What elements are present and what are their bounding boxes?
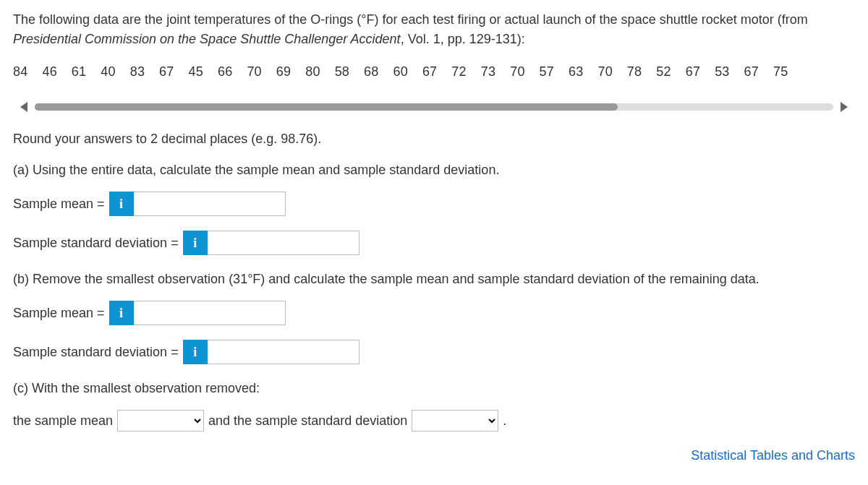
data-value: 58 bbox=[335, 62, 349, 82]
data-value: 84 bbox=[13, 62, 27, 82]
sample-mean-a-input[interactable] bbox=[134, 192, 286, 216]
sample-sd-a-input[interactable] bbox=[208, 231, 359, 255]
data-value: 57 bbox=[540, 62, 554, 82]
data-value: 68 bbox=[364, 62, 378, 82]
sample-mean-b-input[interactable] bbox=[134, 301, 286, 325]
scroll-thumb[interactable] bbox=[35, 103, 618, 111]
data-value: 67 bbox=[686, 62, 700, 82]
rounding-instruction: Round your answers to 2 decimal places (… bbox=[13, 129, 855, 149]
sd-label-b: Sample standard deviation = bbox=[13, 343, 179, 362]
part-b-sd-row: Sample standard deviation = i bbox=[13, 340, 855, 364]
intro-part2: , Vol. 1, pp. 129-131): bbox=[401, 32, 525, 46]
data-value: 75 bbox=[773, 62, 788, 82]
part-a-sd-row: Sample standard deviation = i bbox=[13, 231, 855, 255]
stat-tables-link[interactable]: Statistical Tables and Charts bbox=[13, 446, 855, 465]
info-icon[interactable]: i bbox=[183, 340, 208, 364]
sample-sd-b-input[interactable] bbox=[208, 340, 359, 364]
data-values-row: 8446614083674566706980586860677273705763… bbox=[13, 62, 855, 82]
part-a-prompt: (a) Using the entire data, calculate the… bbox=[13, 160, 855, 180]
data-value: 40 bbox=[101, 62, 115, 82]
data-value: 46 bbox=[42, 62, 56, 82]
sd-label-a: Sample standard deviation = bbox=[13, 233, 179, 253]
data-value: 53 bbox=[715, 62, 729, 82]
data-value: 67 bbox=[744, 62, 759, 82]
part-b-prompt: (b) Remove the smallest observation (31°… bbox=[13, 270, 855, 289]
data-value: 70 bbox=[247, 62, 261, 82]
part-c-lead: the sample mean bbox=[13, 411, 113, 431]
intro-text: The following data are the joint tempera… bbox=[13, 10, 855, 49]
info-icon[interactable]: i bbox=[109, 192, 134, 216]
data-value: 80 bbox=[305, 62, 320, 82]
scroll-right-icon[interactable] bbox=[841, 102, 848, 112]
data-value: 72 bbox=[451, 62, 466, 82]
data-value: 69 bbox=[276, 62, 291, 82]
info-icon[interactable]: i bbox=[183, 231, 208, 255]
part-b-mean-row: Sample mean = i bbox=[13, 301, 855, 325]
part-a-mean-row: Sample mean = i bbox=[13, 192, 855, 216]
mean-label-a: Sample mean = bbox=[13, 194, 105, 214]
data-value: 67 bbox=[422, 62, 437, 82]
data-value: 70 bbox=[597, 62, 612, 82]
intro-italic: Presidential Commission on the Space Shu… bbox=[13, 32, 401, 46]
data-value: 66 bbox=[218, 62, 232, 82]
scroll-left-icon[interactable] bbox=[20, 102, 27, 112]
scroll-track[interactable] bbox=[35, 103, 833, 111]
data-value: 60 bbox=[393, 62, 407, 82]
data-value: 83 bbox=[130, 62, 145, 82]
intro-part1: The following data are the joint tempera… bbox=[13, 12, 808, 27]
mean-change-select[interactable] bbox=[117, 410, 204, 432]
data-value: 73 bbox=[481, 62, 495, 82]
data-value: 67 bbox=[159, 62, 174, 82]
part-c-mid: and the sample standard deviation bbox=[208, 411, 407, 431]
data-value: 61 bbox=[72, 62, 86, 82]
part-c-tail: . bbox=[503, 411, 506, 431]
data-value: 52 bbox=[656, 62, 671, 82]
sd-change-select[interactable] bbox=[412, 410, 498, 432]
data-value: 78 bbox=[627, 62, 642, 82]
info-icon[interactable]: i bbox=[109, 301, 134, 325]
data-value: 63 bbox=[569, 62, 583, 82]
horizontal-scrollbar[interactable] bbox=[13, 102, 855, 112]
data-value: 45 bbox=[189, 62, 203, 82]
part-c-prompt: (c) With the smallest observation remove… bbox=[13, 379, 855, 398]
mean-label-b: Sample mean = bbox=[13, 304, 105, 323]
part-c-row: the sample mean and the sample standard … bbox=[13, 410, 855, 432]
data-value: 70 bbox=[510, 62, 524, 82]
